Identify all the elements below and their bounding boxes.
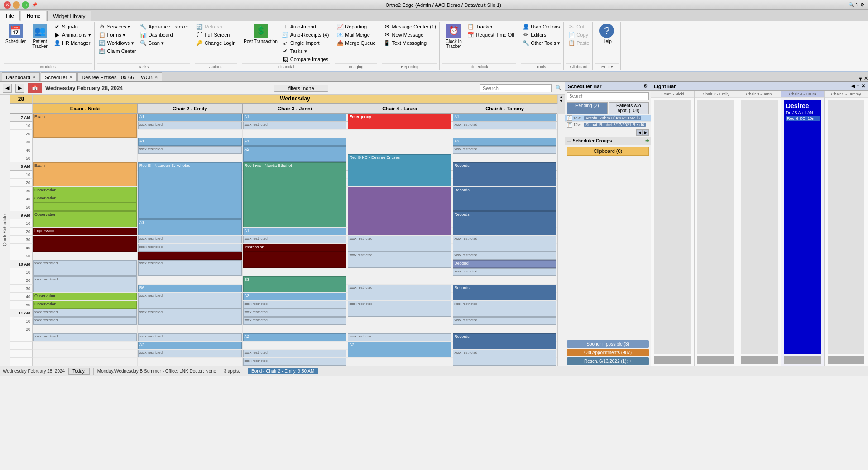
chair-cell-26-2[interactable] xyxy=(243,325,348,333)
chair-cell-6-2[interactable]: Rec Invis - Nanda Ethahot xyxy=(243,162,348,171)
chair-cell-3-2[interactable]: A1 xyxy=(243,138,348,146)
chair-cell-12-0[interactable]: Observation xyxy=(33,211,138,219)
lbar-min-icon[interactable]: − xyxy=(857,83,859,89)
chair-cell-2-3[interactable] xyxy=(347,130,452,138)
appt-col4-row17[interactable]: xxxx restricted xyxy=(453,252,556,260)
grid-scroll[interactable]: 7 AMExamA1A1EmergencyA110xxxx restricted… xyxy=(10,114,565,366)
search-button[interactable]: 🔍 xyxy=(556,85,562,91)
chair-cell-9-3[interactable] xyxy=(347,187,452,195)
merge-queue-button[interactable]: 📥Merge Queue xyxy=(335,39,377,47)
appt-col1-row16[interactable]: xxxx restricted xyxy=(138,244,242,252)
search-input[interactable] xyxy=(480,84,552,92)
sbar-collapse-icon[interactable]: ⚙ xyxy=(643,83,648,89)
chair-cell-26-0[interactable] xyxy=(33,325,138,333)
chair-cell-0-2[interactable]: A1 xyxy=(243,114,348,122)
patient-tracker-button[interactable]: 👥 PatientTracker xyxy=(29,23,51,50)
chair-cell-27-1[interactable]: xxxx restricted xyxy=(138,333,243,342)
chair-cell-17-3[interactable]: xxxx restricted xyxy=(347,252,452,260)
lbar-exam-slot[interactable] xyxy=(654,100,691,354)
appt-col1-row29[interactable]: xxxx restricted xyxy=(138,350,242,357)
claim-center-button[interactable]: 🏥Claim Center xyxy=(97,47,138,55)
chair-cell-19-3[interactable] xyxy=(347,268,452,276)
compare-images-button[interactable]: 🖼Compare Images xyxy=(280,55,331,63)
chair-cell-30-1[interactable] xyxy=(138,358,243,366)
chair-cell-25-3[interactable] xyxy=(347,317,452,325)
dashboard-button[interactable]: 📊Dashboard xyxy=(139,31,190,39)
change-login-button[interactable]: 🔑Change Login xyxy=(195,39,237,47)
chair-cell-5-1[interactable] xyxy=(138,154,243,162)
appt-col2-row3[interactable]: A1 xyxy=(243,138,347,146)
chair-cell-5-3[interactable]: Rec l6 KC - Desiree Entises xyxy=(347,154,452,162)
chair-cell-29-0[interactable] xyxy=(33,350,138,358)
request-time-off-button[interactable]: 📅Request Time Off xyxy=(466,31,516,39)
appt-col1-row4[interactable]: xxxx restricted xyxy=(138,146,242,154)
chair-cell-19-4[interactable]: xxxx restricted xyxy=(452,268,557,276)
chair-cell-23-0[interactable]: Observation xyxy=(33,301,138,309)
chair-cell-15-3[interactable]: xxxx restricted xyxy=(347,236,452,244)
chair-cell-18-0[interactable]: xxxx restricted xyxy=(33,260,138,268)
lbar-exam-small[interactable] xyxy=(654,356,691,364)
single-import-button[interactable]: ↙Single Import xyxy=(280,39,331,47)
old-appts-button[interactable]: Old Appointments (987) xyxy=(567,349,649,356)
chair-cell-23-2[interactable]: xxxx restricted xyxy=(243,301,348,309)
chair-cell-24-2[interactable]: xxxx restricted xyxy=(243,309,348,317)
appt-col3-row17[interactable]: xxxx restricted xyxy=(348,252,451,268)
appt-col4-row23[interactable]: xxxx restricted xyxy=(453,301,556,317)
appt-col3-row23[interactable]: xxxx restricted xyxy=(348,301,451,317)
appt-col1-row17[interactable] xyxy=(138,252,242,260)
chair-cell-20-1[interactable] xyxy=(138,276,243,285)
appt-col1-row3[interactable]: A1 xyxy=(138,138,242,146)
appt-col0-row6[interactable]: Exam xyxy=(33,162,137,186)
app-tab-patient[interactable]: Desiree Entises - 09-661 - WCB ✕ xyxy=(77,72,162,81)
appt-col0-row0[interactable]: Exam xyxy=(33,114,137,138)
chair-cell-22-0[interactable]: Observation xyxy=(33,293,138,301)
chair-cell-25-4[interactable]: xxxx restricted xyxy=(452,317,557,325)
appt-col4-row19[interactable]: xxxx restricted xyxy=(453,268,556,276)
appliance-tracker-button[interactable]: 🔧Appliance Tracker xyxy=(139,23,190,31)
chair-cell-29-1[interactable]: xxxx restricted xyxy=(138,350,243,358)
appt-col4-row18[interactable]: Debond xyxy=(453,260,556,268)
minimize-button[interactable]: − xyxy=(13,1,20,9)
appt-col4-row3[interactable]: A2 xyxy=(453,138,556,146)
appt-col0-row23[interactable]: Observation xyxy=(33,301,137,309)
chair-cell-2-1[interactable] xyxy=(138,130,243,138)
lbar-4-small[interactable] xyxy=(784,356,821,364)
patient-row-1[interactable]: 📋 12w Stupat, Rachel 8/17/2021 Rec l6 xyxy=(565,122,651,128)
appt-col0-row24[interactable]: xxxx restricted xyxy=(33,309,137,317)
appt-col2-row29[interactable]: xxxx restricted xyxy=(243,350,347,357)
chair-cell-15-2[interactable]: xxxx restricted xyxy=(243,236,348,244)
chair-cell-12-4[interactable]: Records xyxy=(452,211,557,219)
copy-button[interactable]: 📄Copy xyxy=(566,31,590,39)
chair-cell-3-0[interactable] xyxy=(33,138,138,146)
tab-file[interactable]: File xyxy=(0,11,20,21)
services-button[interactable]: ⚙Services ▾ xyxy=(97,23,138,31)
workflows-button[interactable]: 🔄Workflows ▾ xyxy=(97,39,138,47)
auto-import-button[interactable]: ↓Auto-Import xyxy=(280,23,331,31)
appt-col4-row1[interactable]: xxxx restricted xyxy=(453,122,556,129)
user-options-button[interactable]: 👤User Options xyxy=(521,23,561,31)
chair-cell-14-0[interactable]: Impression xyxy=(33,228,138,236)
help-button[interactable]: ? Help xyxy=(595,23,618,45)
patient-tab-close[interactable]: ✕ xyxy=(154,75,158,80)
appt-col2-row14[interactable]: A1 xyxy=(243,228,347,235)
appt-col4-row12[interactable]: Records xyxy=(453,211,556,235)
appt-col0-row27[interactable]: xxxx restricted xyxy=(33,333,137,341)
clock-in-button[interactable]: ⏰ Clock InTracker xyxy=(442,23,465,50)
filters-pill[interactable]: filters: none xyxy=(274,85,328,92)
lbar-left-icon[interactable]: ◀ xyxy=(851,83,855,89)
chair-cell-25-2[interactable]: xxxx restricted xyxy=(243,317,348,325)
chair-cell-27-3[interactable]: xxxx restricted xyxy=(347,333,452,342)
appt-col0-row15[interactable] xyxy=(33,236,137,252)
appt-col2-row23[interactable]: xxxx restricted xyxy=(243,301,347,309)
scheduler-button[interactable]: 📅 Scheduler xyxy=(4,23,28,45)
chair-cell-22-1[interactable]: xxxx restricted xyxy=(138,293,243,301)
chair-cell-1-1[interactable]: xxxx restricted xyxy=(138,122,243,130)
lbar-2-slot[interactable] xyxy=(697,100,734,354)
chair-cell-30-0[interactable] xyxy=(33,358,138,366)
appt-col2-row22[interactable]: A3 xyxy=(243,293,347,300)
appt-col1-row24[interactable]: xxxx restricted xyxy=(138,309,242,325)
close-button[interactable]: ✕ xyxy=(4,1,11,9)
appt-col0-row10[interactable]: Observation xyxy=(33,195,137,203)
chair-cell-20-3[interactable] xyxy=(347,276,452,285)
chair-cell-9-0[interactable]: Observation xyxy=(33,187,138,195)
